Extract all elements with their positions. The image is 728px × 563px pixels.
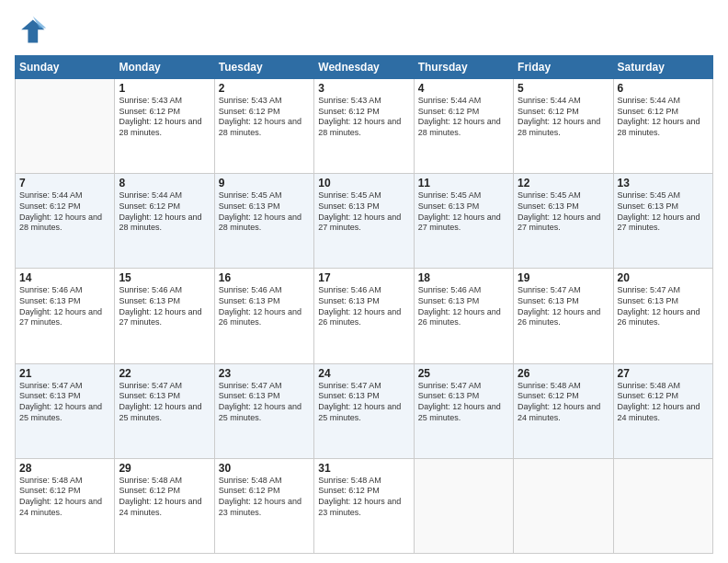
day-number: 31 xyxy=(318,462,409,475)
calendar-cell: 7Sunrise: 5:44 AMSunset: 6:12 PMDaylight… xyxy=(16,174,115,269)
cell-info: Sunrise: 5:47 AMSunset: 6:13 PMDaylight:… xyxy=(518,285,609,328)
calendar-cell: 14Sunrise: 5:46 AMSunset: 6:13 PMDayligh… xyxy=(16,269,115,363)
day-number: 21 xyxy=(19,367,110,380)
cell-info: Sunrise: 5:48 AMSunset: 6:12 PMDaylight:… xyxy=(219,476,310,519)
calendar-cell: 17Sunrise: 5:46 AMSunset: 6:13 PMDayligh… xyxy=(314,269,414,363)
calendar-cell: 9Sunrise: 5:45 AMSunset: 6:13 PMDaylight… xyxy=(214,174,313,269)
week-row-2: 14Sunrise: 5:46 AMSunset: 6:13 PMDayligh… xyxy=(16,269,713,363)
calendar-cell: 16Sunrise: 5:46 AMSunset: 6:13 PMDayligh… xyxy=(214,269,313,363)
header xyxy=(15,15,713,48)
calendar-cell: 29Sunrise: 5:48 AMSunset: 6:12 PMDayligh… xyxy=(115,458,214,553)
day-number: 15 xyxy=(119,271,210,284)
weekday-header-monday: Monday xyxy=(115,56,214,79)
week-row-4: 28Sunrise: 5:48 AMSunset: 6:12 PMDayligh… xyxy=(16,458,713,553)
cell-info: Sunrise: 5:48 AMSunset: 6:12 PMDaylight:… xyxy=(19,476,110,519)
cell-info: Sunrise: 5:46 AMSunset: 6:13 PMDaylight:… xyxy=(219,285,310,328)
page: SundayMondayTuesdayWednesdayThursdayFrid… xyxy=(0,0,728,563)
calendar-cell: 5Sunrise: 5:44 AMSunset: 6:12 PMDaylight… xyxy=(514,79,613,174)
weekday-header-wednesday: Wednesday xyxy=(314,56,414,79)
day-number: 30 xyxy=(219,462,310,475)
cell-info: Sunrise: 5:44 AMSunset: 6:12 PMDaylight:… xyxy=(418,96,509,139)
week-row-0: 1Sunrise: 5:43 AMSunset: 6:12 PMDaylight… xyxy=(16,79,713,174)
day-number: 11 xyxy=(418,177,509,190)
calendar-cell xyxy=(613,458,712,553)
cell-info: Sunrise: 5:48 AMSunset: 6:12 PMDaylight:… xyxy=(618,381,709,424)
weekday-header-tuesday: Tuesday xyxy=(214,56,313,79)
cell-info: Sunrise: 5:43 AMSunset: 6:12 PMDaylight:… xyxy=(219,96,310,139)
cell-info: Sunrise: 5:48 AMSunset: 6:12 PMDaylight:… xyxy=(119,476,210,519)
cell-info: Sunrise: 5:45 AMSunset: 6:13 PMDaylight:… xyxy=(318,190,409,234)
calendar-cell: 12Sunrise: 5:45 AMSunset: 6:13 PMDayligh… xyxy=(514,174,613,269)
cell-info: Sunrise: 5:47 AMSunset: 6:13 PMDaylight:… xyxy=(219,381,310,424)
day-number: 14 xyxy=(19,271,110,284)
calendar-cell: 11Sunrise: 5:45 AMSunset: 6:13 PMDayligh… xyxy=(414,174,513,269)
cell-info: Sunrise: 5:46 AMSunset: 6:13 PMDaylight:… xyxy=(418,285,509,328)
calendar-cell: 3Sunrise: 5:43 AMSunset: 6:12 PMDaylight… xyxy=(314,79,414,174)
calendar-cell: 4Sunrise: 5:44 AMSunset: 6:12 PMDaylight… xyxy=(414,79,513,174)
calendar-cell: 13Sunrise: 5:45 AMSunset: 6:13 PMDayligh… xyxy=(613,174,712,269)
cell-info: Sunrise: 5:44 AMSunset: 6:12 PMDaylight:… xyxy=(19,190,110,234)
day-number: 2 xyxy=(219,82,310,95)
cell-info: Sunrise: 5:47 AMSunset: 6:13 PMDaylight:… xyxy=(618,285,709,328)
logo-icon xyxy=(15,15,48,48)
calendar-cell: 25Sunrise: 5:47 AMSunset: 6:13 PMDayligh… xyxy=(414,363,513,458)
calendar-cell: 10Sunrise: 5:45 AMSunset: 6:13 PMDayligh… xyxy=(314,174,414,269)
day-number: 9 xyxy=(219,177,310,190)
cell-info: Sunrise: 5:45 AMSunset: 6:13 PMDaylight:… xyxy=(618,190,709,234)
cell-info: Sunrise: 5:44 AMSunset: 6:12 PMDaylight:… xyxy=(518,96,609,139)
day-number: 18 xyxy=(418,271,509,284)
cell-info: Sunrise: 5:46 AMSunset: 6:13 PMDaylight:… xyxy=(19,285,110,328)
day-number: 12 xyxy=(518,177,609,190)
calendar-cell: 27Sunrise: 5:48 AMSunset: 6:12 PMDayligh… xyxy=(613,363,712,458)
cell-info: Sunrise: 5:45 AMSunset: 6:13 PMDaylight:… xyxy=(219,190,310,234)
calendar-cell: 18Sunrise: 5:46 AMSunset: 6:13 PMDayligh… xyxy=(414,269,513,363)
day-number: 29 xyxy=(119,462,210,475)
day-number: 3 xyxy=(318,82,409,95)
cell-info: Sunrise: 5:47 AMSunset: 6:13 PMDaylight:… xyxy=(119,381,210,424)
week-row-1: 7Sunrise: 5:44 AMSunset: 6:12 PMDaylight… xyxy=(16,174,713,269)
day-number: 5 xyxy=(518,82,609,95)
cell-info: Sunrise: 5:45 AMSunset: 6:13 PMDaylight:… xyxy=(418,190,509,234)
svg-marker-0 xyxy=(21,19,44,42)
cell-info: Sunrise: 5:47 AMSunset: 6:13 PMDaylight:… xyxy=(19,381,110,424)
calendar-cell: 20Sunrise: 5:47 AMSunset: 6:13 PMDayligh… xyxy=(613,269,712,363)
day-number: 19 xyxy=(518,271,609,284)
week-row-3: 21Sunrise: 5:47 AMSunset: 6:13 PMDayligh… xyxy=(16,363,713,458)
day-number: 8 xyxy=(119,177,210,190)
weekday-header-friday: Friday xyxy=(514,56,613,79)
day-number: 6 xyxy=(618,82,709,95)
day-number: 16 xyxy=(219,271,310,284)
cell-info: Sunrise: 5:45 AMSunset: 6:13 PMDaylight:… xyxy=(518,190,609,234)
calendar-cell: 6Sunrise: 5:44 AMSunset: 6:12 PMDaylight… xyxy=(613,79,712,174)
day-number: 7 xyxy=(19,177,110,190)
cell-info: Sunrise: 5:44 AMSunset: 6:12 PMDaylight:… xyxy=(618,96,709,139)
weekday-header-thursday: Thursday xyxy=(414,56,513,79)
weekday-header-saturday: Saturday xyxy=(613,56,712,79)
weekday-header-sunday: Sunday xyxy=(16,56,115,79)
calendar-cell xyxy=(16,79,115,174)
cell-info: Sunrise: 5:47 AMSunset: 6:13 PMDaylight:… xyxy=(318,381,409,424)
calendar-cell: 22Sunrise: 5:47 AMSunset: 6:13 PMDayligh… xyxy=(115,363,214,458)
day-number: 28 xyxy=(19,462,110,475)
cell-info: Sunrise: 5:46 AMSunset: 6:13 PMDaylight:… xyxy=(119,285,210,328)
cell-info: Sunrise: 5:48 AMSunset: 6:12 PMDaylight:… xyxy=(318,476,409,519)
cell-info: Sunrise: 5:43 AMSunset: 6:12 PMDaylight:… xyxy=(119,96,210,139)
day-number: 10 xyxy=(318,177,409,190)
day-number: 22 xyxy=(119,367,210,380)
day-number: 17 xyxy=(318,271,409,284)
calendar-cell: 1Sunrise: 5:43 AMSunset: 6:12 PMDaylight… xyxy=(115,79,214,174)
calendar-cell: 21Sunrise: 5:47 AMSunset: 6:13 PMDayligh… xyxy=(16,363,115,458)
cell-info: Sunrise: 5:46 AMSunset: 6:13 PMDaylight:… xyxy=(318,285,409,328)
calendar-cell: 19Sunrise: 5:47 AMSunset: 6:13 PMDayligh… xyxy=(514,269,613,363)
calendar-cell: 15Sunrise: 5:46 AMSunset: 6:13 PMDayligh… xyxy=(115,269,214,363)
weekday-header-row: SundayMondayTuesdayWednesdayThursdayFrid… xyxy=(16,56,713,79)
day-number: 13 xyxy=(618,177,709,190)
calendar-table: SundayMondayTuesdayWednesdayThursdayFrid… xyxy=(15,55,713,554)
calendar-cell: 28Sunrise: 5:48 AMSunset: 6:12 PMDayligh… xyxy=(16,458,115,553)
day-number: 25 xyxy=(418,367,509,380)
calendar-cell: 31Sunrise: 5:48 AMSunset: 6:12 PMDayligh… xyxy=(314,458,414,553)
calendar-cell: 2Sunrise: 5:43 AMSunset: 6:12 PMDaylight… xyxy=(214,79,313,174)
cell-info: Sunrise: 5:43 AMSunset: 6:12 PMDaylight:… xyxy=(318,96,409,139)
day-number: 26 xyxy=(518,367,609,380)
calendar-cell: 23Sunrise: 5:47 AMSunset: 6:13 PMDayligh… xyxy=(214,363,313,458)
